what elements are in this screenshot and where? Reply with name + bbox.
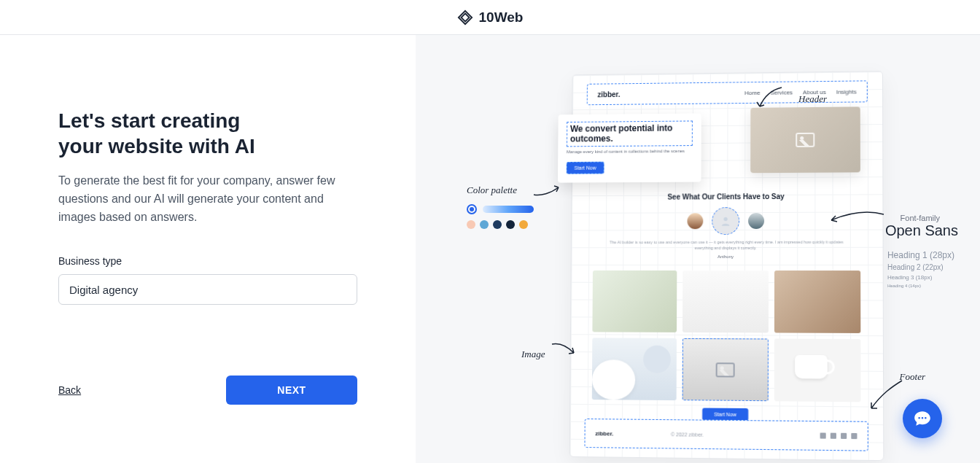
mockup-hero-subtitle: Manage every kind of content in collecti… xyxy=(567,149,693,155)
palette-dots xyxy=(467,220,534,229)
social-icon xyxy=(831,433,836,439)
page-heading: Let's start creating your website with A… xyxy=(58,108,357,159)
form-footer: Back NEXT xyxy=(58,376,357,434)
mockup-social-icons xyxy=(820,432,858,439)
chat-icon xyxy=(913,409,932,428)
palette-color-dot xyxy=(480,220,489,229)
page-subtext: To generate the best fit for your compan… xyxy=(58,172,357,226)
chat-fab[interactable] xyxy=(903,399,942,438)
gallery-image xyxy=(592,271,677,332)
image-placeholder-icon xyxy=(716,362,735,377)
arrow-icon xyxy=(867,379,903,412)
brand-text: 10Web xyxy=(479,9,524,26)
left-panel: Let's start creating your website with A… xyxy=(0,35,416,463)
mockup-testimonial: The AI builder is so easy to use and eve… xyxy=(600,240,853,260)
palette-selected-icon xyxy=(467,204,477,214)
arrow-icon xyxy=(827,209,885,225)
business-type-input[interactable] xyxy=(58,274,357,305)
mockup-hero-title: We convert potential into outcomes. xyxy=(567,120,693,147)
annotation-header: Header xyxy=(798,93,827,105)
gallery-image xyxy=(774,271,861,333)
social-icon xyxy=(820,432,826,438)
right-illustration-panel: zibber. Home Services About us Insights … xyxy=(416,35,980,463)
mockup-hero-cta: Start Now xyxy=(567,161,604,174)
main: Let's start creating your website with A… xyxy=(0,35,980,463)
mockup-gallery xyxy=(592,271,861,402)
gallery-image xyxy=(592,338,677,400)
svg-point-0 xyxy=(723,217,727,221)
social-icon xyxy=(851,433,857,439)
avatar-placeholder-icon xyxy=(712,207,739,235)
palette-color-dot xyxy=(506,220,515,229)
next-button[interactable]: NEXT xyxy=(226,376,357,405)
avatar-icon xyxy=(687,213,703,229)
arrow-icon xyxy=(754,86,783,112)
brand: 10Web xyxy=(457,9,524,26)
palette-color-dot xyxy=(493,220,502,229)
business-type-label: Business type xyxy=(58,255,357,267)
gallery-image-placeholder xyxy=(682,338,769,401)
avatar-icon xyxy=(748,213,764,229)
mockup-clients-title: See What Our Clients Have to Say xyxy=(572,192,882,201)
palette-color-dot xyxy=(467,220,475,229)
mockup-footer: zibber. © 2022 zibber. xyxy=(584,419,868,451)
topbar: 10Web xyxy=(0,0,980,35)
website-mockup: zibber. Home Services About us Insights … xyxy=(569,71,884,461)
palette-gradient xyxy=(483,206,534,213)
annotation-font-family-label: Font-family xyxy=(901,214,940,222)
arrow-icon xyxy=(532,184,561,199)
gallery-image xyxy=(682,271,768,332)
palette-color-dot xyxy=(519,220,528,229)
annotation-font-family-name: Open Sans xyxy=(885,222,958,239)
mockup-brand: zibber. xyxy=(597,90,620,98)
mockup-cta2: Start Now xyxy=(702,408,748,421)
mockup-hero-card: We convert potential into outcomes. Mana… xyxy=(558,113,701,182)
back-link[interactable]: Back xyxy=(58,384,81,396)
color-palette xyxy=(467,204,534,229)
mockup-hero-image xyxy=(750,106,860,173)
gallery-image xyxy=(774,338,861,402)
typography-list: Heading 1 (28px) Heading 2 (22px) Headin… xyxy=(887,250,954,288)
social-icon xyxy=(841,433,847,439)
brand-logo-icon xyxy=(457,9,473,26)
annotation-color-palette: Color palette xyxy=(467,184,517,196)
annotation-image: Image xyxy=(521,349,545,360)
image-placeholder-icon xyxy=(796,133,814,147)
arrow-icon xyxy=(551,341,576,356)
